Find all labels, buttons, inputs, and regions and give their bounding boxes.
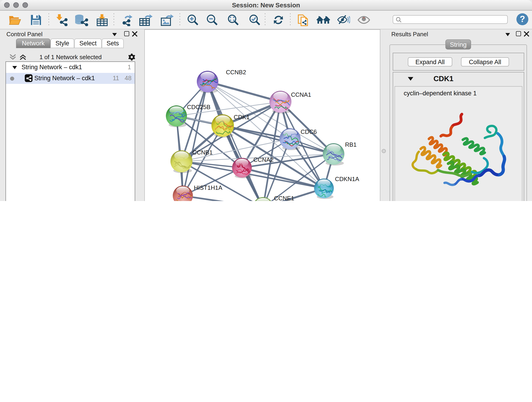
svg-text:CCNA2: CCNA2 — [253, 156, 273, 163]
svg-text:HIST1H1A: HIST1H1A — [194, 184, 222, 191]
svg-text:CDKN1A: CDKN1A — [335, 176, 359, 182]
svg-text:CCNE1: CCNE1 — [274, 195, 294, 201]
svg-text:RB1: RB1 — [345, 141, 357, 148]
svg-text:CDC6: CDC6 — [301, 128, 317, 135]
svg-text:CDK1: CDK1 — [234, 114, 249, 121]
svg-text:CCNB1: CCNB1 — [192, 149, 213, 156]
svg-text:CCNA1: CCNA1 — [291, 91, 311, 98]
svg-text:CCNB2: CCNB2 — [226, 69, 246, 76]
svg-text:CDC25B: CDC25B — [187, 104, 210, 110]
